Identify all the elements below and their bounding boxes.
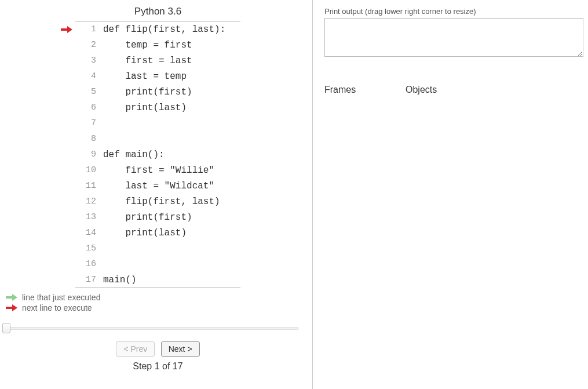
current-line-arrow-icon bbox=[61, 27, 72, 32]
line-number: 14 bbox=[75, 228, 103, 238]
code-line: 11 last = "Wildcat" bbox=[75, 178, 240, 194]
line-number: 4 bbox=[75, 71, 103, 81]
code-text: temp = first bbox=[103, 40, 192, 50]
code-text: print(last) bbox=[103, 103, 187, 113]
line-number: 7 bbox=[75, 118, 103, 128]
line-number: 5 bbox=[75, 87, 103, 97]
line-number: 11 bbox=[75, 181, 103, 191]
arrow-green-icon bbox=[6, 295, 17, 300]
code-line: 17main() bbox=[75, 272, 240, 288]
line-number: 10 bbox=[75, 165, 103, 175]
code-text: main() bbox=[103, 275, 137, 285]
line-number: 16 bbox=[75, 259, 103, 269]
code-line: 13 print(first) bbox=[75, 209, 240, 225]
code-line: 9def main(): bbox=[75, 147, 240, 162]
code-text: last = "Wildcat" bbox=[103, 181, 214, 191]
prev-button[interactable]: < Prev bbox=[116, 341, 155, 357]
code-text: print(first) bbox=[103, 87, 192, 97]
step-slider[interactable] bbox=[2, 323, 304, 333]
code-text: print(first) bbox=[103, 212, 192, 223]
frames-heading: Frames bbox=[324, 85, 406, 95]
code-text: def flip(first, last): bbox=[103, 24, 225, 35]
code-line: 3 first = last bbox=[75, 53, 240, 68]
code-line: 12 flip(first, last) bbox=[75, 194, 240, 209]
line-number: 2 bbox=[75, 40, 103, 50]
step-label: Step 1 of 17 bbox=[75, 361, 240, 372]
line-number: 8 bbox=[75, 134, 103, 144]
code-panel: Python 3.6 1def flip(first, last):2 temp… bbox=[0, 0, 313, 389]
code-block: 1def flip(first, last):2 temp = first3 f… bbox=[75, 21, 240, 288]
code-line: 2 temp = first bbox=[75, 37, 240, 53]
code-text: print(last) bbox=[103, 228, 187, 238]
code-line: 7 bbox=[75, 115, 240, 131]
objects-heading: Objects bbox=[406, 85, 437, 95]
arrow-red-icon bbox=[6, 306, 17, 310]
line-number: 6 bbox=[75, 103, 103, 112]
line-number: 15 bbox=[75, 243, 103, 253]
legend-next-line: next line to execute bbox=[22, 303, 92, 312]
line-number: 1 bbox=[75, 24, 103, 34]
next-button[interactable]: Next > bbox=[161, 341, 200, 357]
code-line: 16 bbox=[75, 256, 240, 272]
slider-thumb[interactable] bbox=[2, 323, 10, 333]
line-number: 3 bbox=[75, 56, 103, 66]
code-line: 8 bbox=[75, 131, 240, 147]
output-panel: Print output (drag lower right corner to… bbox=[313, 0, 588, 389]
code-line: 4 last = temp bbox=[75, 68, 240, 84]
print-output[interactable] bbox=[324, 18, 583, 57]
code-line: 15 bbox=[75, 241, 240, 256]
code-line: 1def flip(first, last): bbox=[75, 21, 240, 37]
line-number: 9 bbox=[75, 150, 103, 159]
line-number: 12 bbox=[75, 197, 103, 206]
line-number: 17 bbox=[75, 275, 103, 285]
code-line: 6 print(last) bbox=[75, 100, 240, 115]
legend: line that just executed next line to exe… bbox=[6, 293, 312, 312]
code-text: flip(first, last) bbox=[103, 197, 220, 207]
code-text: first = last bbox=[103, 56, 192, 66]
output-label: Print output (drag lower right corner to… bbox=[324, 7, 583, 16]
code-line: 5 print(first) bbox=[75, 84, 240, 100]
code-text: last = temp bbox=[103, 71, 187, 82]
step-controls: < Prev Next > bbox=[75, 341, 240, 357]
code-line: 14 print(last) bbox=[75, 225, 240, 241]
code-text: first = "Willie" bbox=[103, 165, 214, 176]
line-number: 13 bbox=[75, 212, 103, 222]
code-line: 10 first = "Willie" bbox=[75, 162, 240, 178]
legend-just-executed: line that just executed bbox=[22, 293, 100, 302]
code-text: def main(): bbox=[103, 150, 165, 160]
language-title: Python 3.6 bbox=[75, 6, 240, 21]
